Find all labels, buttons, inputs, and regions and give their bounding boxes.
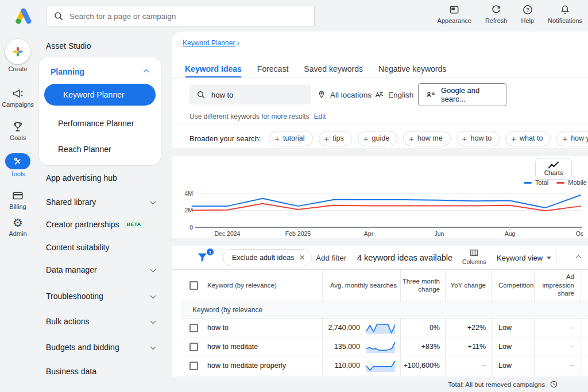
row-checkbox[interactable] [189,362,198,370]
global-search[interactable] [46,6,315,26]
nav-item-performance-planner[interactable]: Performance Planner [58,119,134,128]
keyword-ideas-table: Keyword (by relevance) Avg. monthly sear… [181,270,588,375]
plus-icon: + [462,134,467,143]
language-selector[interactable]: English [374,85,413,104]
columns-button[interactable]: Columns [462,248,486,265]
global-search-input[interactable] [69,12,307,21]
collapse-panel-button[interactable] [570,246,587,270]
columns-label: Columns [462,258,486,265]
row-checkbox[interactable] [189,324,198,332]
nav-item-reach-planner[interactable]: Reach Planner [58,145,111,154]
broaden-chip-how-to[interactable]: +how to [457,131,500,146]
appearance-button[interactable]: Appearance [438,4,471,24]
header-three-month-change[interactable]: Three month change [400,270,445,301]
networks-selector[interactable]: Google and searc... [418,83,506,106]
total-swatch [524,182,532,184]
footer-total-label: Total: All but removed campaigns [448,381,545,388]
help-icon: ? [522,4,533,15]
rail-item-campaigns[interactable]: Campaigns [0,87,36,108]
broaden-chip-what-to[interactable]: +what to [505,131,551,146]
keyword-search-input[interactable] [211,91,286,99]
table-row: how to 2,740,000 0% +22% Low – [181,319,588,337]
close-icon[interactable]: × [299,253,304,263]
nav-item-content-suitability[interactable]: Content suitability [46,243,161,252]
filter-funnel-button[interactable]: 1 [196,251,210,265]
gear-icon: ⚙ [0,216,36,229]
nav-item-business-data[interactable]: Business data [46,367,161,376]
broaden-chip-guide[interactable]: +guide [358,131,397,146]
broaden-chip-how-me[interactable]: +how me [403,131,451,146]
tab-negative-keywords[interactable]: Negative keywords [378,60,446,77]
tools-icon [13,156,23,166]
scroll-column [581,270,587,301]
header-avg-monthly-searches[interactable]: Avg. monthly searches [322,270,400,301]
broaden-chip-tips[interactable]: +tips [319,131,352,146]
header-competition[interactable]: Competition [491,270,534,301]
header-keyword[interactable]: Keyword (by relevance) [181,270,322,301]
broaden-search-row: Broaden your search: +tutorial +tips +gu… [189,129,588,148]
nav-item-planning[interactable]: Planning [51,67,84,76]
breadcrumb[interactable]: Keyword Planner › [183,39,239,47]
cell-competition: Low [491,337,534,356]
nav-item-troubleshooting[interactable]: Troubleshooting [46,292,161,301]
nav-item-shared-library[interactable]: Shared library [46,197,161,207]
help-button[interactable]: ? Help [521,4,534,24]
refresh-button[interactable]: Refresh [485,4,508,24]
nav-item-budgets-and-bidding[interactable]: Budgets and bidding [46,343,161,352]
svg-text:Oct: Oct [576,230,583,237]
chip-label: how to [470,134,492,142]
create-label: Create [0,65,36,72]
svg-text:Aug: Aug [505,230,516,237]
row-checkbox[interactable] [189,343,198,351]
sparkline-chart [365,320,397,335]
table-header-row: Keyword (by relevance) Avg. monthly sear… [181,270,588,301]
rail-item-goals[interactable]: Goals [0,121,36,141]
nav-item-app-advertising-hub[interactable]: App advertising hub [46,173,161,183]
edit-link[interactable]: Edit [314,112,326,121]
notifications-button[interactable]: Notifications [548,4,582,24]
rail-item-admin[interactable]: ⚙ Admin [0,216,36,237]
select-all-checkbox[interactable] [189,281,198,290]
tools-active-pill[interactable] [5,153,30,169]
add-filter-button[interactable]: Add filter [316,246,346,270]
tab-keyword-ideas[interactable]: Keyword Ideas [185,60,242,77]
google-ads-logo-icon[interactable] [13,6,34,25]
filter-chip-exclude-adult[interactable]: Exclude adult ideas × [223,249,312,266]
table-row: how to meditate properly 110,000 +100,60… [181,356,588,375]
charts-button[interactable]: Charts [535,158,572,180]
translate-icon [374,90,384,100]
tab-forecast[interactable]: Forecast [257,60,288,77]
cell-ad-impression-share: – [534,337,581,356]
cell-avg-searches: 2,740,000 [322,319,400,337]
admin-label: Admin [0,230,36,237]
legend-item-mobile: Mobile [556,179,586,186]
cell-ad-impression-share: – [534,319,581,337]
keyword-view-dropdown[interactable]: Keyword view [497,246,551,270]
rail-item-create[interactable]: Create [0,39,36,72]
svg-text:0: 0 [189,224,193,231]
header-yoy-change[interactable]: YoY change [445,270,491,301]
header-ad-impression-share[interactable]: Ad impression share [534,270,581,301]
secondary-nav: Asset Studio Planning Keyword Planner Pe… [36,32,172,392]
nav-item-asset-studio[interactable]: Asset Studio [46,41,161,51]
nav-item-keyword-planner[interactable]: Keyword Planner [44,84,156,106]
broaden-chip-tutorial[interactable]: +tutorial [269,131,312,146]
breadcrumb-link[interactable]: Keyword Planner [183,39,235,47]
chip-label: guide [372,134,390,142]
mobile-swatch [556,182,564,184]
rail-item-tools[interactable]: Tools [0,153,36,177]
nav-item-data-manager[interactable]: Data manager [46,265,161,274]
clock-icon[interactable] [550,380,558,389]
rail-item-billing[interactable]: Billing [0,189,36,210]
nav-item-creator-partnerships[interactable]: Creator partnershipsBETA [46,220,161,229]
avg-value: 135,000 [334,343,360,351]
tab-saved-keywords[interactable]: Saved keywords [304,60,363,77]
filter-bar: 1 Exclude adult ideas × Add filter 4 key… [172,246,588,270]
dropdown-arrow-icon [547,257,551,259]
nav-item-bulk-actions[interactable]: Bulk actions [46,317,161,326]
keyword-search-field[interactable] [189,85,311,104]
create-button[interactable] [5,39,30,64]
locations-selector[interactable]: All locations [317,85,372,104]
broaden-chip-how-ya[interactable]: +how ya [556,131,588,146]
business-data-label: Business data [46,367,96,376]
